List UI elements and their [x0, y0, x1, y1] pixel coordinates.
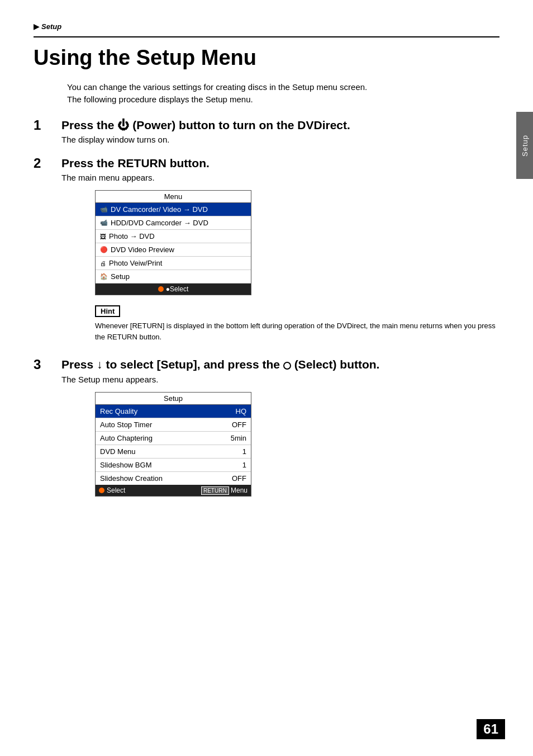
return-badge: RETURN — [201, 486, 229, 495]
menu-item-2: 🖼 Photo → DVD — [96, 230, 251, 243]
setup-value-4: 1 — [242, 461, 246, 469]
intro-line2: The following procedure displays the Set… — [67, 93, 499, 106]
intro-line1: You can change the various settings for … — [67, 81, 499, 94]
setup-title: Setup — [96, 393, 251, 405]
setup-value-2: 5min — [231, 434, 246, 442]
print-icon: 🖨 — [100, 260, 106, 267]
photo-icon: 🖼 — [100, 233, 106, 240]
hint-box: Hint Whenever [RETURN] is displayed in t… — [95, 305, 499, 342]
step-1-subtext: The display window turns on. — [61, 135, 499, 144]
setup-select-row: Select RETURN Menu — [96, 485, 251, 496]
main-menu-screenshot: Menu 📹 DV Camcorder/ Video → DVD 📹 HDD/D… — [95, 190, 499, 295]
setup-row-1: Auto Stop Timer OFF — [96, 418, 251, 432]
setup-menu-label: Menu — [231, 486, 248, 494]
menu-select-label: ●Select — [166, 285, 189, 293]
step-1: 1 Press the ⏻ (Power) button to turn on … — [34, 117, 499, 152]
dvd-icon: 🔴 — [100, 246, 108, 253]
step-3-heading: Press ↓ to select [Setup], and press the… — [61, 357, 499, 372]
menu-item-label-3: DVD Video Preview — [111, 245, 174, 254]
step-1-content: Press the ⏻ (Power) button to turn on th… — [61, 117, 499, 152]
setup-menu-screenshot: Setup Rec Quality HQ Auto Stop Timer OFF… — [95, 392, 499, 497]
main-menu-box: Menu 📹 DV Camcorder/ Video → DVD 📹 HDD/D… — [95, 190, 251, 295]
setup-row-5: Slideshow Creation OFF — [96, 472, 251, 485]
menu-item-label-2: Photo → DVD — [109, 232, 155, 240]
menu-item-label-5: Setup — [111, 272, 130, 281]
setup-label-5: Slideshow Creation — [100, 474, 163, 483]
setup-row-2: Auto Chaptering 5min — [96, 432, 251, 445]
hint-text: Whenever [RETURN] is displayed in the bo… — [95, 320, 499, 342]
setup-label-1: Auto Stop Timer — [100, 420, 152, 429]
menu-item-1: 📹 HDD/DVD Camcorder → DVD — [96, 216, 251, 230]
camcorder-icon-1: 📹 — [100, 219, 108, 226]
menu-item-label-1: HDD/DVD Camcorder → DVD — [111, 219, 208, 227]
hint-label: Hint — [95, 305, 120, 317]
header-strip: ▶ Setup — [34, 22, 499, 31]
menu-item-4: 🖨 Photo Veiw/Print — [96, 257, 251, 270]
sidebar-label: Setup — [521, 135, 529, 157]
page-container: ▶ Setup Using the Setup Menu You can cha… — [0, 0, 533, 756]
step-3: 3 Press ↓ to select [Setup], and press t… — [34, 357, 499, 506]
circle-icon — [283, 362, 291, 370]
menu-select-row: ●Select — [96, 284, 251, 295]
setup-value-0: HQ — [236, 407, 247, 415]
header-arrow: ▶ — [34, 22, 39, 31]
setup-label-0: Rec Quality — [100, 407, 137, 415]
step-1-number: 1 — [34, 117, 61, 134]
setup-menu-box: Setup Rec Quality HQ Auto Stop Timer OFF… — [95, 392, 251, 497]
setup-select-label: Select — [107, 486, 125, 494]
setup-label-2: Auto Chaptering — [100, 434, 153, 442]
intro-text: You can change the various settings for … — [67, 81, 499, 106]
setup-value-1: OFF — [232, 420, 246, 429]
setup-select-dot-icon — [99, 488, 104, 493]
setup-return-label: RETURN Menu — [201, 486, 248, 494]
header-label: Setup — [41, 22, 61, 31]
step-2-number: 2 — [34, 155, 61, 172]
setup-table-wrapper: Rec Quality HQ Auto Stop Timer OFF Auto … — [96, 405, 251, 485]
setup-icon: 🏠 — [100, 273, 108, 280]
step-3-subtext: The Setup menu appears. — [61, 375, 499, 384]
step-2-heading: Press the RETURN button. — [61, 155, 499, 171]
select-dot-icon — [158, 286, 164, 292]
step-2-content: Press the RETURN button. The main menu a… — [61, 155, 499, 353]
setup-row-3: DVD Menu 1 — [96, 445, 251, 459]
setup-row-0: Rec Quality HQ — [96, 405, 251, 418]
setup-label-4: Slideshow BGM — [100, 461, 151, 469]
setup-label-3: DVD Menu — [100, 447, 136, 456]
setup-value-3: 1 — [242, 447, 246, 456]
menu-item-5: 🏠 Setup — [96, 270, 251, 284]
setup-row-4: Slideshow BGM 1 — [96, 459, 251, 472]
step-2: 2 Press the RETURN button. The main menu… — [34, 155, 499, 353]
setup-value-5: OFF — [232, 474, 246, 483]
menu-item-0: 📹 DV Camcorder/ Video → DVD — [96, 203, 251, 216]
camcorder-icon-0: 📹 — [100, 206, 108, 213]
top-divider — [34, 36, 499, 37]
menu-item-label-0: DV Camcorder/ Video → DVD — [111, 205, 208, 214]
page-title: Using the Setup Menu — [34, 46, 499, 70]
page-number: 61 — [477, 719, 505, 739]
step-2-subtext: The main menu appears. — [61, 173, 499, 182]
sidebar-wrapper: Setup — [516, 112, 533, 179]
menu-item-3: 🔴 DVD Video Preview — [96, 243, 251, 257]
step-3-content: Press ↓ to select [Setup], and press the… — [61, 357, 499, 506]
menu-title: Menu — [96, 191, 251, 203]
menu-item-label-4: Photo Veiw/Print — [109, 259, 162, 267]
setup-select-left: Select — [99, 486, 125, 494]
step-1-heading: Press the ⏻ (Power) button to turn on th… — [61, 117, 499, 133]
step-3-number: 3 — [34, 357, 61, 373]
